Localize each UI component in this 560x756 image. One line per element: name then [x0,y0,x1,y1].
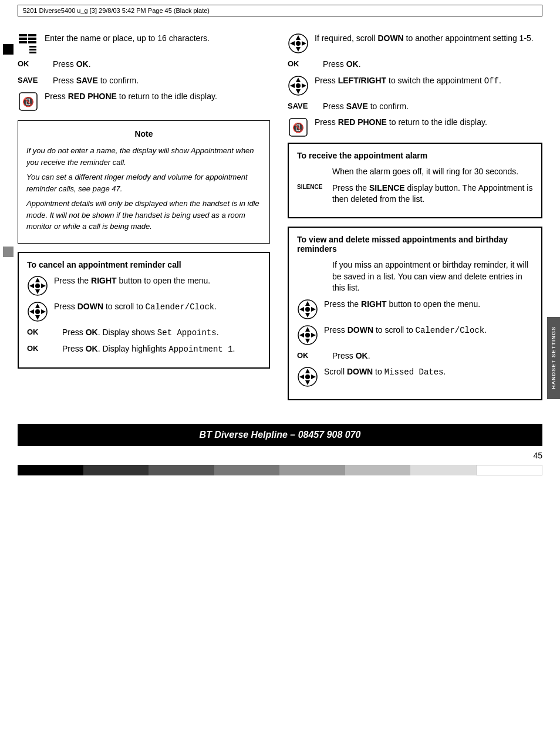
side-tab-label: HANDSET SETTINGS [551,326,556,389]
missed-text-2: Press DOWN to scroll to Calender/Clock. [324,325,487,337]
svg-marker-21 [41,309,46,314]
nav-icon-missed-2 [297,325,318,346]
cancel-instr-4: OK Press OK. Display highlights Appointm… [27,343,261,356]
label-ok-cancel2: OK [27,343,56,353]
right-label-ok1: OK [288,59,317,68]
svg-point-48 [305,333,310,338]
note-para-3: Appointment details will only be display… [26,198,261,232]
alarm-section: To receive the appointment alarm When th… [288,143,542,218]
svg-marker-33 [302,83,306,88]
svg-marker-19 [35,315,40,320]
svg-marker-24 [296,35,301,40]
label-save1: SAVE [18,75,47,85]
svg-rect-8 [29,52,36,53]
bottom-sq-6 [345,465,411,475]
svg-text:📵: 📵 [22,96,34,107]
corner-mark-tl [3,44,14,55]
svg-marker-25 [296,47,301,52]
right-instr-ok1: OK Press OK. [288,59,542,70]
right-text-phone: Press RED PHONE to return to the idle di… [315,117,487,129]
instr-row-grid: Enter the name or place, up to 16 charac… [18,33,270,54]
svg-marker-27 [302,41,306,46]
svg-text:📵: 📵 [292,122,304,133]
svg-marker-40 [299,307,304,312]
left-column: Enter the name or place, up to 16 charac… [18,33,270,409]
svg-point-54 [305,374,310,379]
svg-marker-30 [296,77,301,82]
right-instr-lr: Press LEFT/RIGHT to switch the appointme… [288,75,542,96]
cancel-text-2: Press DOWN to scroll to Calender/Clock. [54,301,217,313]
note-para-2: You can set a different ringer melody an… [26,171,261,194]
missed-section: To view and delete missed appointments a… [288,227,542,400]
right-instr-save: SAVE Press SAVE to confirm. [288,101,542,113]
svg-point-28 [296,41,301,46]
bottom-sq-3 [149,465,214,475]
red-phone-icon-1: 📵 [18,91,39,112]
text-ok1: Press OK. [53,59,91,70]
missed-text-4: Scroll DOWN to Missed Dates. [324,366,446,379]
svg-marker-14 [29,284,34,288]
missed-text-1: Press the RIGHT button to open the menu. [324,299,480,310]
svg-marker-46 [299,333,304,338]
bottom-sq-4 [214,465,280,475]
missed-text-3: Press OK. [332,350,370,362]
svg-marker-45 [305,339,310,343]
right-text-save: Press SAVE to confirm. [323,101,409,113]
svg-rect-2 [19,38,27,40]
missed-text-0: If you miss an appointment or birthday r… [332,259,533,294]
svg-marker-50 [305,369,310,373]
alarm-text-2: Press the SILENCE display button. The Ap… [332,183,533,205]
svg-marker-41 [311,307,316,312]
nav-icon-down1 [27,301,48,322]
alarm-text-1: When the alarm goes off, it will ring fo… [332,166,518,178]
right-column: If required, scroll DOWN to another appo… [288,33,542,409]
svg-point-42 [305,307,310,312]
text-phone1: Press RED PHONE to return to the idle di… [45,91,217,103]
grid-icon [18,33,39,54]
text-save1: Press SAVE to confirm. [53,75,139,87]
instr-text-grid: Enter the name or place, up to 16 charac… [45,33,210,45]
svg-marker-47 [311,333,316,338]
nav-icon-missed-4 [297,366,318,387]
svg-marker-39 [305,313,310,318]
nav-icon-right1 [27,275,48,296]
svg-rect-4 [19,41,27,43]
svg-marker-31 [296,89,301,94]
cancel-text-4: Press OK. Display highlights Appointment… [62,343,235,356]
corner-mark-ml [3,247,14,257]
side-tab: HANDSET SETTINGS [547,317,560,399]
right-text-ok1: Press OK. [323,59,361,70]
alarm-section-title: To receive the appointment alarm [297,151,533,160]
label-ok-cancel1: OK [27,327,56,336]
alarm-instr-2: SILENCE Press the SILENCE display button… [297,183,533,205]
nav-icon-lr [288,75,309,96]
missed-instr-4: Scroll DOWN to Missed Dates. [297,366,533,387]
svg-marker-15 [41,284,46,288]
svg-marker-12 [35,278,40,282]
right-instr-phone: 📵 Press RED PHONE to return to the idle … [288,117,542,138]
label-ok1: OK [18,59,47,68]
svg-point-34 [296,83,301,88]
svg-rect-6 [29,46,36,48]
bottom-sq-2 [83,465,149,475]
helpline-bar: BT Diverse Helpline – 08457 908 070 [18,424,542,446]
note-para-1: If you do not enter a name, the display … [26,145,261,168]
missed-instr-2: Press DOWN to scroll to Calender/Clock. [297,325,533,346]
cancel-instr-3: OK Press OK. Display shows Set Appoints. [27,327,261,339]
svg-rect-3 [28,38,36,40]
right-label-save: SAVE [288,101,317,110]
bottom-squares [18,465,542,475]
page-number: 45 [18,451,542,460]
bottom-sq-5 [279,465,345,475]
silence-label: SILENCE [297,183,326,190]
instr-row-phone1: 📵 Press RED PHONE to return to the idle … [18,91,270,112]
cancel-section: To cancel an appointment reminder call P… [18,252,270,369]
svg-rect-0 [19,34,27,36]
note-box: Note If you do not enter a name, the dis… [18,120,270,244]
missed-section-title: To view and delete missed appointments a… [297,235,533,254]
missed-instr-1: Press the RIGHT button to open the menu. [297,299,533,320]
svg-marker-38 [305,301,310,306]
svg-marker-26 [290,41,295,46]
missed-instr-3: OK Press OK. [297,350,533,362]
svg-marker-20 [29,309,34,314]
